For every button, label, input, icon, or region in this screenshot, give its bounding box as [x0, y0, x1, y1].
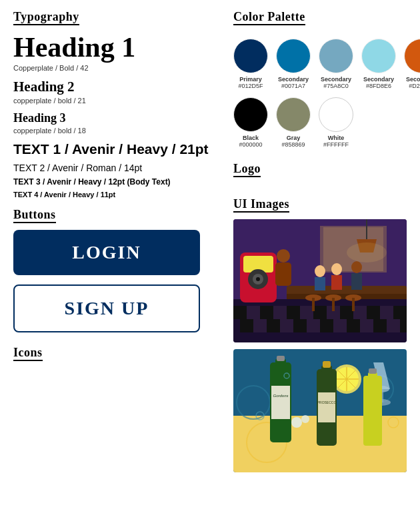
svg-rect-45 [275, 262, 291, 286]
swatch-secondary-4: Secondary #D2580E [404, 39, 420, 91]
svg-rect-21 [320, 319, 333, 332]
logo-title: Logo [233, 162, 261, 177]
svg-rect-72 [271, 386, 290, 419]
swatch-color-secondary-1 [276, 39, 311, 73]
svg-rect-51 [351, 273, 362, 290]
color-palette-title: Color Palette [233, 10, 305, 25]
svg-rect-2 [233, 306, 247, 319]
text2-label: TEXT 2 / Avenir / Roman / 14pt [13, 163, 213, 173]
icons-section: Icons [13, 346, 213, 368]
svg-rect-6 [287, 306, 300, 319]
swatch-color-white [319, 97, 353, 132]
text1-label: TEXT 1 / Avenir / Heavy / 21pt [13, 141, 213, 157]
login-button[interactable]: Login [13, 230, 200, 275]
svg-text:Gordons: Gordons [273, 394, 288, 398]
svg-rect-43 [352, 298, 355, 311]
svg-rect-27 [400, 319, 407, 332]
signup-button[interactable]: Sign Up [13, 284, 200, 332]
heading3-sub: copperplate / Bold / 18 [13, 127, 213, 135]
svg-point-46 [315, 265, 325, 277]
svg-rect-11 [353, 306, 367, 319]
svg-rect-23 [347, 319, 360, 332]
text4-label: TEXT 4 / Avenir / Heavy / 11pt [13, 191, 213, 199]
svg-rect-24 [360, 319, 373, 332]
bar-scene-image [233, 219, 407, 342]
swatch-color-secondary-2 [319, 39, 353, 73]
swatch-primary: Primary #012D5F [233, 39, 268, 91]
right-column: Color Palette Primary #012D5F Secondary … [227, 10, 420, 479]
svg-rect-7 [300, 306, 313, 319]
swatch-secondary-1: Secondary #0071A7 [276, 39, 311, 91]
buttons-section: Buttons Login Sign Up [13, 208, 213, 332]
svg-point-44 [277, 249, 290, 262]
swatch-color-secondary-4 [404, 39, 420, 73]
svg-rect-14 [393, 306, 407, 319]
typography-title: Typography [13, 10, 79, 25]
left-column: Typography Heading 1 Copperplate / Bold … [13, 10, 227, 479]
text3-label: TEXT 3 / Avenir / Heavy / 12pt (Body Tex… [13, 177, 213, 187]
swatch-color-secondary-3 [361, 39, 396, 73]
svg-point-35 [256, 277, 260, 281]
svg-rect-5 [273, 306, 287, 319]
swatch-color-black [233, 97, 268, 132]
svg-rect-17 [267, 319, 280, 332]
svg-rect-19 [293, 319, 307, 332]
svg-point-54 [347, 243, 387, 262]
svg-rect-78 [318, 392, 335, 422]
svg-rect-4 [260, 306, 273, 319]
svg-rect-77 [323, 361, 331, 368]
svg-rect-12 [367, 306, 380, 319]
svg-rect-22 [333, 319, 347, 332]
svg-rect-8 [313, 306, 327, 319]
heading1-sub: Copperplate / Bold / 42 [13, 64, 213, 72]
swatch-color-primary [233, 39, 268, 73]
heading3-text: Heading 3 [13, 111, 213, 125]
svg-point-83 [291, 417, 302, 428]
svg-rect-41 [332, 298, 335, 311]
palette-row-2: Black #000000 Gray #858869 White #FFFFFF [233, 97, 420, 149]
heading2-text: Heading 2 [13, 79, 213, 95]
svg-rect-10 [340, 306, 353, 319]
svg-rect-13 [380, 306, 393, 319]
swatch-secondary-2: Secondary #75A8C0 [319, 39, 353, 91]
svg-rect-39 [312, 298, 315, 311]
swatch-color-gray [276, 97, 311, 132]
gin-bottles-image: Gordons PROSECCO [233, 349, 407, 472]
svg-rect-80 [363, 376, 382, 446]
svg-rect-26 [387, 319, 400, 332]
swatch-white: White #FFFFFF [319, 97, 353, 149]
logo-section: Logo [233, 162, 420, 184]
svg-text:PROSECCO: PROSECCO [317, 400, 337, 404]
svg-point-48 [331, 263, 342, 275]
svg-rect-15 [240, 319, 253, 332]
palette-row-1: Primary #012D5F Secondary #0071A7 Second… [233, 39, 420, 91]
svg-rect-3 [247, 306, 260, 319]
svg-point-50 [351, 261, 362, 273]
ui-images-title: UI Images [233, 197, 289, 213]
buttons-title: Buttons [13, 208, 56, 223]
swatch-gray: Gray #858869 [276, 97, 311, 149]
svg-rect-20 [307, 319, 320, 332]
heading1-text: Heading 1 [13, 32, 213, 63]
ui-images-section: UI Images [233, 197, 420, 472]
icons-title: Icons [13, 346, 43, 361]
color-palette-section: Color Palette Primary #012D5F Secondary … [233, 10, 420, 149]
svg-point-84 [301, 415, 309, 423]
svg-rect-16 [253, 319, 267, 332]
heading2-sub: copperplate / Bold / 21 [13, 97, 213, 105]
typography-section: Typography Heading 1 Copperplate / Bold … [13, 10, 213, 199]
swatch-secondary-3: Secondary #8FD8E6 [361, 39, 396, 91]
svg-rect-18 [280, 319, 293, 332]
svg-rect-47 [315, 277, 325, 290]
swatch-black: Black #000000 [233, 97, 268, 149]
svg-rect-25 [373, 319, 387, 332]
svg-rect-49 [331, 275, 342, 290]
svg-rect-82 [369, 368, 377, 374]
svg-rect-71 [277, 356, 285, 361]
